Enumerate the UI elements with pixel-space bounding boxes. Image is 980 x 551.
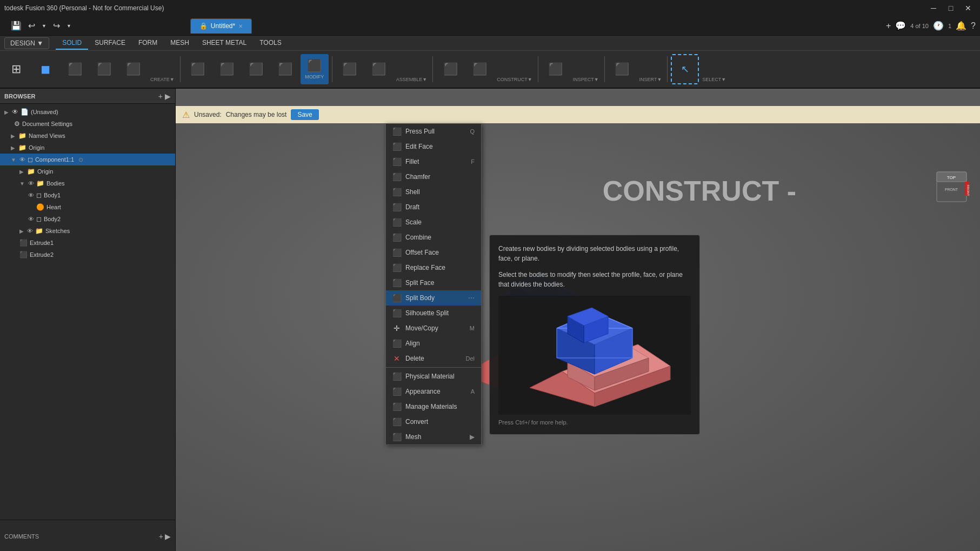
menu-shell[interactable]: ⬛ Shell — [386, 184, 481, 200]
clock-btn[interactable]: 🕐 — [933, 21, 944, 31]
box-btn[interactable]: ◼ — [31, 54, 59, 84]
menu-delete[interactable]: ✕ Delete Del — [386, 351, 481, 366]
menu-physical-material[interactable]: ⬛ Physical Material — [386, 369, 481, 384]
comments-toggle-btn[interactable]: ▶ — [165, 532, 171, 541]
menu-fillet[interactable]: ⬛ Fillet F — [386, 154, 481, 169]
tab-tools[interactable]: TOOLS — [253, 37, 288, 50]
menu-split-body[interactable]: ⬛ Split Body ⋯ — [386, 290, 481, 306]
new-tab-btn[interactable]: + — [886, 21, 891, 31]
tab-close-btn[interactable]: ✕ — [238, 23, 243, 29]
tab-surface[interactable]: SURFACE — [88, 37, 132, 50]
menu-offset-face[interactable]: ⬛ Offset Face — [386, 245, 481, 260]
nav-cube-svg: TOP FRONT FRONT — [931, 167, 975, 210]
menu-combine[interactable]: ⬛ Combine — [386, 230, 481, 245]
menu-manage-materials[interactable]: ⬛ Manage Materials — [386, 399, 481, 414]
midplane-btn[interactable]: ⬛ — [465, 54, 494, 84]
select-btn[interactable]: ↖ — [671, 54, 699, 84]
tree-origin-nested[interactable]: ▶ 📁 Origin — [0, 165, 175, 177]
modify-dropdown-btn[interactable]: ⬛ MODIFY — [301, 54, 329, 84]
title-bar: todesk Fusion 360 (Personal - Not for Co… — [0, 0, 980, 16]
menu-mesh[interactable]: ⬛ Mesh ▶ — [386, 429, 481, 444]
unsaved-bar: ⚠ Unsaved: Changes may be lost Save — [176, 106, 980, 123]
menu-align[interactable]: ⬛ Align — [386, 336, 481, 351]
measure-btn[interactable]: ⬛ — [542, 54, 570, 84]
sep5 — [604, 56, 605, 82]
joint-btn[interactable]: ⬛ — [365, 54, 393, 84]
tree-sketches[interactable]: ▶ 👁 📁 Sketches — [0, 225, 175, 237]
tab-mesh[interactable]: MESH — [164, 37, 196, 50]
minimize-btn[interactable]: ─ — [926, 3, 941, 14]
menu-move-copy[interactable]: ✛ Move/Copy M — [386, 321, 481, 336]
chat-btn[interactable]: 💬 — [895, 21, 906, 31]
menu-appearance[interactable]: ⬛ Appearance A — [386, 384, 481, 399]
menu-edit-face[interactable]: ⬛ Edit Face — [386, 139, 481, 154]
help-btn[interactable]: ? — [971, 21, 976, 31]
add-comment-btn[interactable]: + — [159, 532, 163, 541]
redo-dropdown[interactable]: ▼ — [64, 22, 74, 30]
tree-named-views[interactable]: ▶ 📁 Named Views — [0, 130, 175, 142]
tab-sheetmetal[interactable]: SHEET METAL — [196, 37, 253, 50]
browser-toggle-btn[interactable]: ▶ — [165, 92, 171, 101]
tools-row: ⊞ ◼ ⬛ ⬛ ⬛ CREATE ▼ ⬛ ⬛ ⬛ ⬛ ⬛ — [0, 51, 980, 88]
close-btn[interactable]: ✕ — [961, 3, 976, 14]
unsaved-save-btn[interactable]: Save — [291, 109, 318, 120]
tree-body2[interactable]: 👁 ◻ Body2 — [0, 213, 175, 225]
tooltip-footer: Press Ctrl+/ for more help. — [498, 419, 691, 426]
browser-tree: ▶ 👁 📄 (Unsaved) ⚙ Document Settings ▶ 📁 … — [0, 104, 175, 520]
menu-press-pull[interactable]: ⬛ Press Pull Q — [386, 124, 481, 139]
sphere-btn[interactable]: ⬛ — [90, 54, 118, 84]
sep1 — [180, 56, 181, 82]
insert-mesh-btn[interactable]: ⬛ — [608, 54, 636, 84]
sep3 — [432, 56, 433, 82]
fillet-btn[interactable]: ⬛ — [213, 54, 241, 84]
tree-component1[interactable]: ▼ 👁 ◻ Component1:1 ⊙ — [0, 154, 175, 165]
tree-body1[interactable]: 👁 ◻ Body1 — [0, 189, 175, 201]
top-area: 💾 ↩ ▼ ↪ ▼ 🔒 Untitled* ✕ + 💬 4 of 10 🕐 1 … — [0, 16, 980, 89]
menu-replace-face[interactable]: ⬛ Replace Face — [386, 260, 481, 275]
tree-unsaved[interactable]: ▶ 👁 📄 (Unsaved) — [0, 106, 175, 118]
create-new-body-btn[interactable]: ⊞ — [2, 54, 30, 84]
tab-form[interactable]: FORM — [132, 37, 164, 50]
tooltip-illustration — [503, 301, 686, 409]
sep4 — [538, 56, 538, 82]
tree-extrude2[interactable]: ⬛ Extrude2 — [0, 249, 175, 261]
cylinder-btn[interactable]: ⬛ — [61, 54, 89, 84]
main-layout: BROWSER + ▶ ▶ 👁 📄 (Unsaved) ⚙ Document S… — [0, 89, 980, 551]
extrude-btn[interactable]: ⬛ — [119, 54, 147, 84]
menu-scale[interactable]: ⬛ Scale — [386, 215, 481, 230]
undo-dropdown[interactable]: ▼ — [39, 22, 49, 30]
silhouette-split-icon: ⬛ — [392, 309, 401, 317]
menu-convert[interactable]: ⬛ Convert — [386, 414, 481, 429]
undo-btn[interactable]: ↩ — [26, 19, 37, 32]
menu-draft[interactable]: ⬛ Draft — [386, 200, 481, 215]
new-component-btn[interactable]: ⬛ — [336, 54, 364, 84]
menu-silhouette-split[interactable]: ⬛ Silhouette Split — [386, 306, 481, 321]
tree-origin[interactable]: ▶ 📁 Origin — [0, 142, 175, 154]
redo-btn[interactable]: ↪ — [51, 19, 62, 32]
mesh-submenu-arrow: ▶ — [470, 433, 475, 441]
tree-heart[interactable]: 👁 🟠 Heart — [0, 201, 175, 213]
combine-btn[interactable]: ⬛ — [271, 54, 299, 84]
restore-btn[interactable]: □ — [943, 3, 958, 14]
canvas-area[interactable]: ⚠ Unsaved: Changes may be lost Save CONS… — [176, 89, 980, 551]
bell-btn[interactable]: 🔔 — [956, 21, 966, 31]
sep2 — [332, 56, 332, 82]
tree-extrude1[interactable]: ⬛ Extrude1 — [0, 237, 175, 249]
replace-face-icon: ⬛ — [392, 263, 401, 272]
menu-chamfer[interactable]: ⬛ Chamfer — [386, 169, 481, 184]
menu-split-face[interactable]: ⬛ Split Face — [386, 275, 481, 290]
split-body-more-icon: ⋯ — [468, 294, 475, 302]
tree-bodies[interactable]: ▼ 👁 📁 Bodies — [0, 177, 175, 189]
offset-plane-btn[interactable]: ⬛ — [436, 54, 464, 84]
active-tab[interactable]: 🔒 Untitled* ✕ — [190, 18, 252, 34]
warning-icon: ⚠ — [182, 110, 190, 120]
tree-doc-settings[interactable]: ⚙ Document Settings — [0, 118, 175, 130]
browser-add-btn[interactable]: + — [158, 92, 163, 101]
comments-actions: + ▶ — [159, 532, 171, 541]
tab-label: Untitled* — [211, 22, 235, 30]
tab-solid[interactable]: SOLID — [56, 37, 88, 50]
design-dropdown-btn[interactable]: DESIGN ▼ — [4, 37, 49, 49]
press-pull-btn[interactable]: ⬛ — [184, 54, 212, 84]
chamfer-btn[interactable]: ⬛ — [242, 54, 270, 84]
save-qa-btn[interactable]: 💾 — [9, 19, 24, 32]
